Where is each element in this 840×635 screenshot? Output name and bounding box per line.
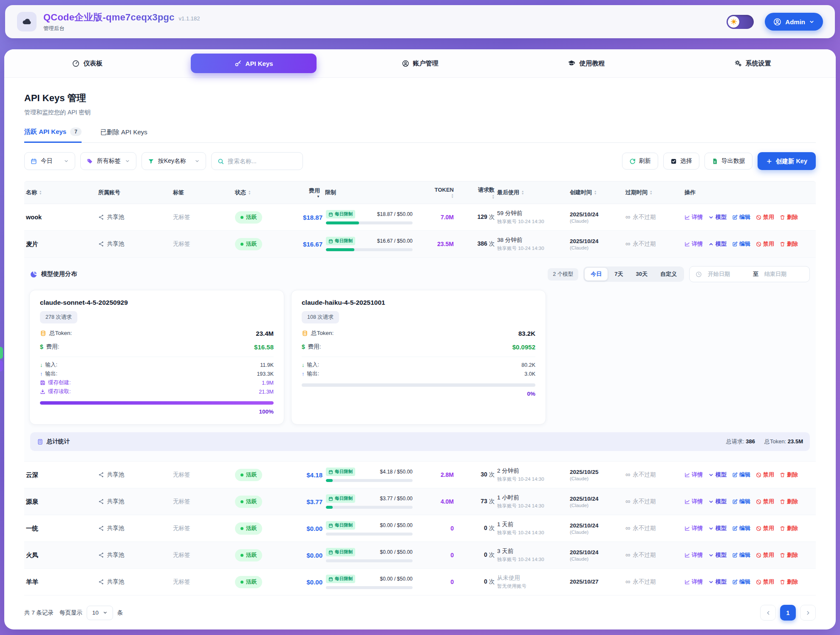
model-toggle-action[interactable]: 模型 [708, 471, 727, 479]
limit-progress-bar [326, 506, 413, 509]
col-tag[interactable]: 标签 [173, 189, 232, 196]
refresh-button[interactable]: 刷新 [622, 153, 658, 170]
nav-tab-api-keys[interactable]: API Keys [191, 54, 317, 73]
model-card: claude-sonnet-4-5-20250929 278 次请求 总Toke… [29, 290, 284, 425]
next-page-button[interactable] [800, 605, 816, 621]
arrow-up-icon: ↑ [40, 371, 43, 377]
key-name: 羊羊 [24, 578, 96, 586]
tab-deleted-keys[interactable]: 已删除 API Keys [100, 128, 147, 142]
col-created[interactable]: 创建时间▲▼ [570, 189, 623, 196]
coins-icon [302, 330, 308, 337]
col-status[interactable]: 状态▲▼ [235, 189, 280, 196]
tag-filter-dropdown[interactable]: 所有标签 [80, 152, 136, 170]
model-toggle-action[interactable]: 模型 [708, 213, 727, 221]
edit-action[interactable]: 编辑 [732, 524, 750, 532]
col-requests[interactable]: 请求数▲▼ [456, 186, 495, 199]
chevron-down-icon [708, 526, 714, 531]
model-toggle-action[interactable]: 模型 [708, 578, 727, 586]
disable-action[interactable]: 禁用 [756, 524, 774, 532]
model-toggle-action[interactable]: 模型 [708, 551, 727, 559]
details-action[interactable]: 详情 [684, 524, 703, 532]
details-action[interactable]: 详情 [684, 498, 703, 505]
chevron-down-icon [708, 553, 714, 558]
daily-limit-badge: 每日限制 [326, 237, 355, 245]
date-range-picker[interactable]: 开始日期 至 结束日期 [689, 266, 810, 282]
prev-page-button[interactable] [760, 605, 776, 621]
nav-tab-accounts[interactable]: 账户管理 [396, 55, 444, 72]
app-version: v1.1.182 [179, 15, 200, 22]
details-action[interactable]: 详情 [684, 471, 703, 479]
key-status: 活跃 [235, 522, 280, 535]
key-tag: 无标签 [173, 471, 232, 479]
search-input[interactable] [228, 158, 287, 164]
col-last-used[interactable]: 最后使用▲▼ [497, 189, 567, 196]
disable-action[interactable]: 禁用 [756, 551, 774, 559]
delete-action[interactable]: 删除 [780, 471, 798, 479]
col-token[interactable]: TOKEN▲▼ [418, 187, 454, 198]
details-action[interactable]: 详情 [684, 240, 703, 248]
key-requests: 30 次 [456, 471, 495, 479]
delete-action[interactable]: 删除 [780, 498, 798, 505]
key-tag: 无标签 [173, 498, 232, 505]
disable-action[interactable]: 禁用 [756, 498, 774, 505]
delete-action[interactable]: 删除 [780, 213, 798, 221]
calendar-icon [31, 158, 37, 164]
delete-action[interactable]: 删除 [780, 240, 798, 248]
col-expires[interactable]: 过期时间▲▼ [625, 189, 682, 196]
active-keys-count-badge: 7 [70, 128, 82, 136]
delete-action[interactable]: 删除 [780, 524, 798, 532]
theme-toggle[interactable] [727, 15, 754, 29]
details-action[interactable]: 详情 [684, 578, 703, 586]
disable-action[interactable]: 禁用 [756, 240, 774, 248]
edit-action[interactable]: 编辑 [732, 240, 750, 248]
edit-action[interactable]: 编辑 [732, 551, 750, 559]
arrow-down-icon: ↓ [40, 362, 43, 368]
admin-menu-button[interactable]: Admin [765, 13, 823, 31]
col-cost[interactable]: 费用▼ [282, 187, 322, 198]
date-filter-dropdown[interactable]: 今日 [24, 152, 75, 170]
date-filter-value: 今日 [41, 157, 53, 165]
current-page-button[interactable]: 1 [780, 605, 796, 621]
range-today[interactable]: 今日 [585, 268, 608, 281]
model-toggle-action[interactable]: 模型 [708, 498, 727, 505]
col-name[interactable]: 名称▲▼ [24, 189, 96, 196]
details-action[interactable]: 详情 [684, 213, 703, 221]
range-30d[interactable]: 30天 [630, 268, 653, 281]
edit-action[interactable]: 编辑 [732, 471, 750, 479]
key-requests: 129 次 [456, 213, 495, 221]
key-created: 2025/10/24(Claude) [570, 211, 623, 224]
coins-icon [40, 330, 46, 337]
nav-tab-settings[interactable]: 系统设置 [728, 55, 777, 72]
details-action[interactable]: 详情 [684, 551, 703, 559]
disable-action[interactable]: 禁用 [756, 471, 774, 479]
delete-action[interactable]: 删除 [780, 578, 798, 586]
col-account[interactable]: 所属账号 [98, 189, 170, 196]
date-start-placeholder[interactable]: 开始日期 [708, 270, 747, 278]
nav-tab-label: 仪表板 [83, 60, 102, 68]
nav-tab-dashboard[interactable]: 仪表板 [66, 55, 108, 72]
disable-action[interactable]: 禁用 [756, 578, 774, 586]
totals-token: 总Token: 23.5M [764, 438, 803, 445]
model-toggle-action[interactable]: 模型 [708, 240, 727, 248]
disable-action[interactable]: 禁用 [756, 213, 774, 221]
export-button[interactable]: 导出数据 [704, 153, 752, 170]
edit-action[interactable]: 编辑 [732, 578, 750, 586]
date-end-placeholder[interactable]: 结束日期 [764, 270, 803, 278]
key-expires: ∞永不过期 [625, 498, 682, 505]
tab-active-keys[interactable]: 活跃 API Keys 7 [24, 128, 82, 143]
edit-action[interactable]: 编辑 [732, 498, 750, 505]
model-toggle-action[interactable]: 模型 [708, 524, 727, 532]
per-page-select[interactable]: 10 [87, 606, 113, 620]
create-key-button[interactable]: 创建新 Key [758, 152, 816, 170]
delete-action[interactable]: 删除 [780, 551, 798, 559]
select-button[interactable]: 选择 [663, 153, 699, 170]
tab-active-keys-label: 活跃 API Keys [24, 128, 66, 136]
range-7d[interactable]: 7天 [608, 268, 629, 281]
edit-action[interactable]: 编辑 [732, 213, 750, 221]
nav-tab-tutorial[interactable]: 使用教程 [562, 55, 611, 72]
range-custom[interactable]: 自定义 [654, 268, 683, 281]
key-expires: ∞永不过期 [625, 551, 682, 559]
search-box[interactable] [211, 152, 303, 170]
key-token: 2.8M [418, 471, 454, 478]
key-name-filter-dropdown[interactable]: 按Key名称 [141, 152, 206, 170]
